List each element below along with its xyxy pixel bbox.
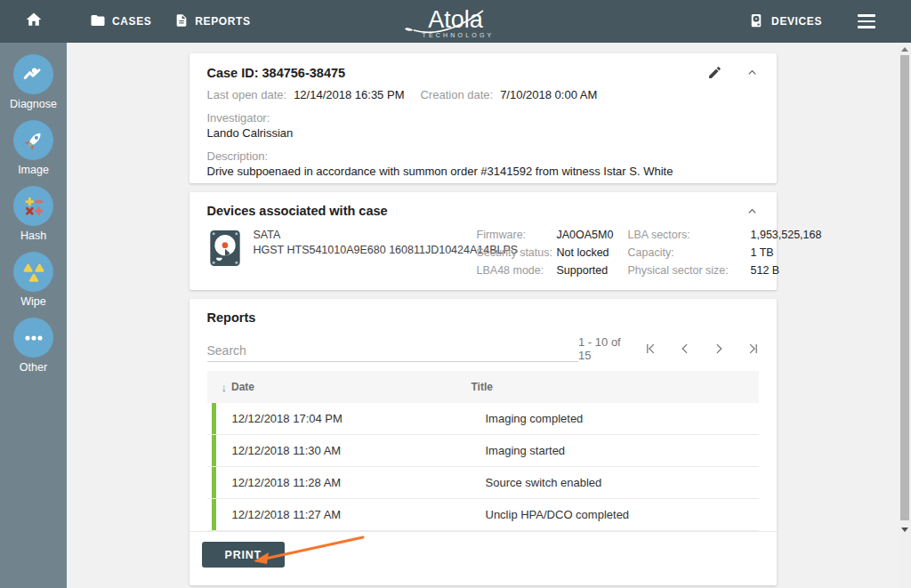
reports-title: Reports — [207, 310, 256, 325]
description-value: Drive subpoenaed in accordance with summ… — [207, 165, 759, 178]
prev-page-icon[interactable] — [679, 342, 691, 355]
row-status-bar — [212, 499, 216, 530]
column-header-date[interactable]: ↓ Date — [207, 381, 472, 394]
next-page-icon[interactable] — [713, 342, 725, 355]
collapse-chevron-up-icon[interactable] — [746, 66, 759, 79]
nav-reports-label: REPORTS — [195, 15, 250, 28]
device-interface: SATA — [254, 229, 461, 241]
creation-value: 7/10/2018 0:00 AM — [500, 88, 597, 101]
nav-devices[interactable]: DEVICES — [748, 12, 822, 32]
sort-desc-icon: ↓ — [222, 381, 228, 394]
case-card: Case ID: 384756-38475 Last open date: 12… — [189, 53, 777, 183]
sidebar-item-image[interactable]: Image — [13, 120, 53, 176]
reports-card: Reports 1 - 10 of 15 — [189, 299, 777, 585]
spec-label: LBA sectors: — [628, 229, 747, 241]
spec-value: JA0OA5M0 — [557, 229, 625, 241]
row-date: 12/12/2018 11:27 AM — [207, 508, 486, 521]
nav-devices-label: DEVICES — [771, 15, 822, 28]
creation-label: Creation date: — [420, 88, 493, 101]
search-input[interactable] — [207, 340, 579, 362]
sidebar: Diagnose Image — [0, 43, 67, 588]
row-date: 12/12/2018 11:30 AM — [207, 444, 486, 457]
pagination-range: 1 - 10 of 15 — [578, 335, 625, 362]
reports-table: ↓ Date Title 12/12/2018 17:04 PM Imaging… — [207, 371, 759, 531]
scrollbar-thumb[interactable] — [900, 55, 909, 520]
device-row[interactable]: SATA HGST HTS541010A9E680 160811JD10424A… — [207, 229, 759, 277]
description-label: Description: — [207, 149, 759, 163]
drive-icon — [748, 12, 764, 32]
radiation-icon — [13, 252, 53, 292]
sidebar-item-other[interactable]: Other — [13, 318, 53, 374]
sidebar-label-other: Other — [20, 361, 47, 374]
last-open-label: Last open date: — [207, 88, 287, 101]
document-icon — [174, 12, 189, 31]
investigator-value: Lando Calrissian — [207, 126, 759, 140]
spec-value: Not locked — [557, 246, 625, 259]
row-title: Source switch enabled — [486, 476, 602, 489]
header-right: DEVICES — [748, 12, 911, 32]
sidebar-label-diagnose: Diagnose — [10, 98, 57, 110]
pulse-icon — [13, 54, 53, 94]
devices-card-title: Devices associated with case — [207, 204, 388, 218]
sidebar-item-hash[interactable]: Hash — [13, 186, 53, 242]
spec-label: Capacity: — [628, 246, 747, 259]
nav-cases[interactable]: CASES — [90, 12, 151, 31]
investigator-label: Investigator: — [207, 111, 759, 125]
print-button[interactable]: PRINT — [202, 542, 286, 568]
row-title: Imaging completed — [486, 412, 584, 425]
nav-reports[interactable]: REPORTS — [174, 12, 250, 31]
home-button[interactable] — [0, 11, 67, 32]
row-date: 12/12/2018 11:28 AM — [207, 476, 486, 489]
table-row[interactable]: 12/12/2018 17:04 PM Imaging completed — [207, 403, 759, 435]
menu-icon[interactable] — [858, 14, 875, 28]
sidebar-label-image: Image — [18, 164, 49, 176]
last-open-value: 12/14/2018 16:35 PM — [294, 88, 404, 101]
sidebar-item-wipe[interactable]: Wipe — [13, 252, 53, 308]
sidebar-label-hash: Hash — [20, 230, 46, 242]
row-status-bar — [212, 403, 216, 434]
spec-label: Physical sector size: — [628, 264, 747, 277]
nav-cases-label: CASES — [112, 15, 151, 28]
rocket-icon — [13, 120, 53, 160]
spec-value: 1 TB — [751, 246, 822, 259]
main-content: Case ID: 384756-38475 Last open date: 12… — [67, 43, 899, 588]
table-row[interactable]: 12/12/2018 11:27 AM Unclip HPA/DCO compl… — [207, 499, 759, 531]
math-signs-icon — [13, 186, 53, 226]
spec-value: 512 B — [751, 264, 822, 277]
spec-label: LBA48 mode: — [477, 264, 553, 277]
first-page-icon[interactable] — [645, 342, 657, 355]
hdd-icon — [207, 229, 243, 271]
row-status-bar — [212, 467, 216, 498]
home-icon — [25, 11, 43, 32]
column-header-title[interactable]: Title — [472, 381, 493, 393]
folder-icon — [90, 12, 106, 31]
row-title: Imaging started — [486, 444, 566, 457]
collapse-chevron-up-icon[interactable] — [746, 205, 759, 218]
sidebar-item-diagnose[interactable]: Diagnose — [10, 54, 57, 110]
table-header: ↓ Date Title — [207, 371, 759, 403]
scroll-down-icon[interactable] — [901, 528, 908, 532]
spec-value: 1,953,525,168 — [751, 229, 822, 241]
table-row[interactable]: 12/12/2018 11:30 AM Imaging started — [207, 435, 759, 467]
pagination: 1 - 10 of 15 — [578, 335, 758, 362]
reports-footer: PRINT — [189, 531, 777, 577]
top-navbar: CASES REPORTS Atola TECHNOLOGY DEVICES — [0, 0, 911, 43]
spec-label: Firmware: — [477, 229, 553, 241]
spec-label: Security status: — [477, 246, 553, 259]
devices-card: Devices associated with case SATA HGST H… — [189, 192, 777, 290]
app-window: CASES REPORTS Atola TECHNOLOGY DEVICES — [0, 0, 911, 588]
sidebar-label-wipe: Wipe — [20, 295, 45, 308]
table-row[interactable]: 12/12/2018 11:28 AM Source switch enable… — [207, 467, 759, 499]
atola-logo: Atola TECHNOLOGY — [398, 4, 513, 41]
edit-icon[interactable] — [707, 65, 722, 80]
last-page-icon[interactable] — [746, 342, 759, 355]
spec-value: Supported — [557, 264, 625, 277]
row-status-bar — [212, 435, 216, 466]
svg-text:Atola: Atola — [428, 6, 484, 33]
row-date: 12/12/2018 17:04 PM — [207, 412, 486, 425]
vertical-scrollbar[interactable] — [899, 43, 911, 588]
row-title: Unclip HPA/DCO completed — [486, 508, 630, 521]
device-model: HGST HTS541010A9E680 160811JD10424A14BLP… — [254, 244, 461, 256]
scroll-up-icon[interactable] — [901, 47, 908, 52]
logo-subtitle: TECHNOLOGY — [422, 32, 494, 38]
